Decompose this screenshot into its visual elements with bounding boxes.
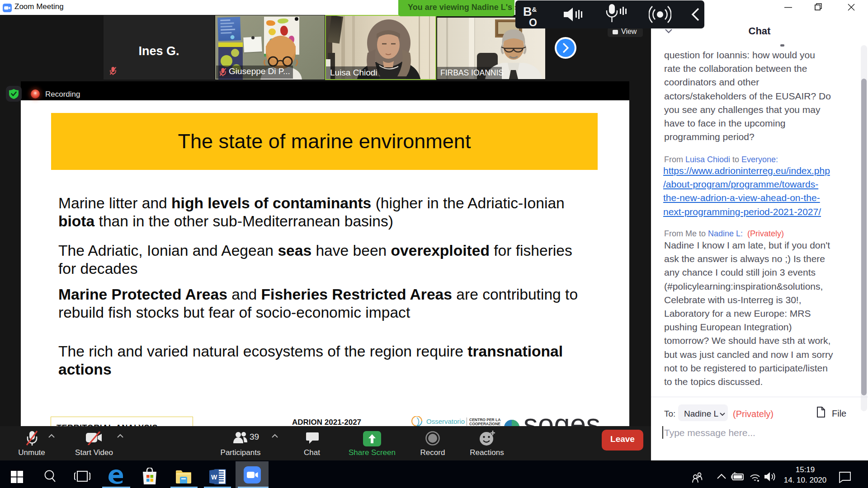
svg-text:W: W <box>211 474 217 481</box>
